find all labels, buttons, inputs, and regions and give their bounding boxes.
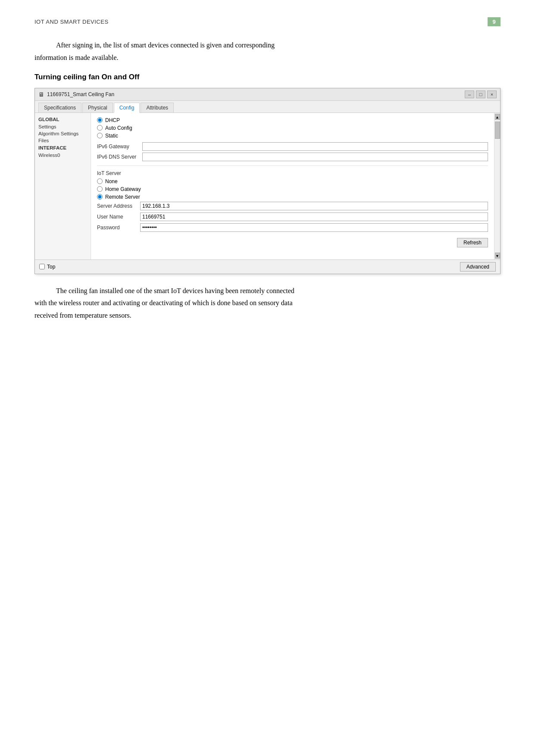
- iot-home-gateway-label: Home Gateway: [105, 186, 141, 192]
- password-row: Password: [97, 223, 488, 232]
- close-button[interactable]: ×: [487, 91, 497, 98]
- sidebar-interface-label: INTERFACE: [35, 144, 91, 152]
- password-input[interactable]: [140, 223, 488, 232]
- dhcp-radio-row: DHCP: [97, 117, 488, 123]
- username-row: User Name: [97, 212, 488, 221]
- sidebar-item-settings[interactable]: Settings: [35, 123, 91, 130]
- page-header: IOT AND SMART DEVICES 9: [34, 17, 501, 26]
- window-footer: Top Advanced: [35, 259, 500, 274]
- section-heading: Turning ceiling fan On and Off: [34, 73, 501, 81]
- password-label: Password: [97, 225, 140, 231]
- advanced-button[interactable]: Advanced: [460, 262, 496, 272]
- top-label: Top: [47, 264, 55, 270]
- minimize-button[interactable]: –: [465, 91, 474, 98]
- window-title: 🖥 11669751_Smart Ceiling Fan: [38, 91, 114, 98]
- static-label: Static: [105, 133, 118, 139]
- top-checkbox-row: Top: [39, 264, 55, 270]
- iot-none-label: None: [105, 178, 118, 184]
- window-content: DHCP Auto Config Static IPv6 Gateway IPv…: [91, 113, 494, 259]
- window-titlebar: 🖥 11669751_Smart Ceiling Fan – □ ×: [35, 88, 500, 101]
- maximize-button[interactable]: □: [476, 91, 485, 98]
- server-address-label: Server Address: [97, 203, 140, 209]
- sidebar-global-label: GLOBAL: [35, 116, 91, 123]
- body-paragraph-2: The ceiling fan installed one of the sma…: [34, 285, 501, 322]
- server-address-row: Server Address: [97, 202, 488, 210]
- iot-remote-server-label: Remote Server: [105, 194, 140, 200]
- autoconfig-radio-row: Auto Config: [97, 125, 488, 131]
- intro-paragraph: After signing in, the list of smart devi…: [34, 39, 501, 64]
- autoconfig-radio[interactable]: [97, 125, 103, 131]
- ipv6-dns-input[interactable]: [142, 153, 488, 161]
- username-input[interactable]: [140, 212, 488, 221]
- window-controls: – □ ×: [465, 91, 497, 98]
- tab-attributes[interactable]: Attributes: [141, 103, 174, 112]
- window-sidebar: GLOBAL Settings Algorithm Settings Files…: [35, 113, 91, 259]
- tab-specifications[interactable]: Specifications: [38, 103, 81, 112]
- iot-none-row: None: [97, 178, 488, 184]
- window-body: GLOBAL Settings Algorithm Settings Files…: [35, 113, 500, 259]
- tab-physical[interactable]: Physical: [82, 103, 113, 112]
- tab-config[interactable]: Config: [114, 103, 140, 113]
- server-address-input[interactable]: [140, 202, 488, 210]
- ip-mode-group: DHCP Auto Config Static: [97, 117, 488, 139]
- dhcp-label: DHCP: [105, 117, 120, 123]
- iot-server-section: IoT Server None Home Gateway Remote Serv…: [97, 166, 488, 232]
- ipv6-dns-label: IPv6 DNS Server: [97, 154, 142, 160]
- window-app-icon: 🖥: [38, 91, 44, 98]
- iot-home-gateway-row: Home Gateway: [97, 186, 488, 192]
- iot-server-label: IoT Server: [97, 170, 488, 176]
- iot-home-gateway-radio[interactable]: [97, 186, 103, 192]
- scroll-down-arrow[interactable]: ▼: [495, 253, 500, 259]
- sidebar-item-files[interactable]: Files: [35, 137, 91, 144]
- ipv6-gateway-input[interactable]: [142, 142, 488, 151]
- iot-remote-server-radio[interactable]: [97, 194, 103, 200]
- ipv6-dns-row: IPv6 DNS Server: [97, 153, 488, 161]
- scrollbar-thumb[interactable]: [495, 122, 500, 139]
- dhcp-radio[interactable]: [97, 117, 103, 123]
- header-title: IOT AND SMART DEVICES: [34, 19, 109, 25]
- static-radio-row: Static: [97, 133, 488, 139]
- scroll-up-arrow[interactable]: ▲: [495, 114, 500, 120]
- page-number: 9: [488, 17, 501, 26]
- username-label: User Name: [97, 214, 140, 220]
- refresh-button[interactable]: Refresh: [457, 238, 488, 247]
- device-config-window: 🖥 11669751_Smart Ceiling Fan – □ × Speci…: [34, 88, 501, 274]
- window-title-text: 11669751_Smart Ceiling Fan: [47, 91, 114, 97]
- tab-bar: Specifications Physical Config Attribute…: [35, 101, 500, 113]
- ipv6-gateway-row: IPv6 Gateway: [97, 142, 488, 151]
- autoconfig-label: Auto Config: [105, 125, 132, 131]
- iot-none-radio[interactable]: [97, 178, 103, 184]
- static-radio[interactable]: [97, 133, 103, 138]
- ipv6-gateway-label: IPv6 Gateway: [97, 144, 142, 150]
- scrollbar[interactable]: ▲ ▼: [494, 113, 500, 259]
- iot-remote-server-row: Remote Server: [97, 194, 488, 200]
- sidebar-item-algorithm-settings[interactable]: Algorithm Settings: [35, 130, 91, 137]
- sidebar-item-wireless0[interactable]: Wireless0: [35, 152, 91, 159]
- top-checkbox[interactable]: [39, 264, 45, 269]
